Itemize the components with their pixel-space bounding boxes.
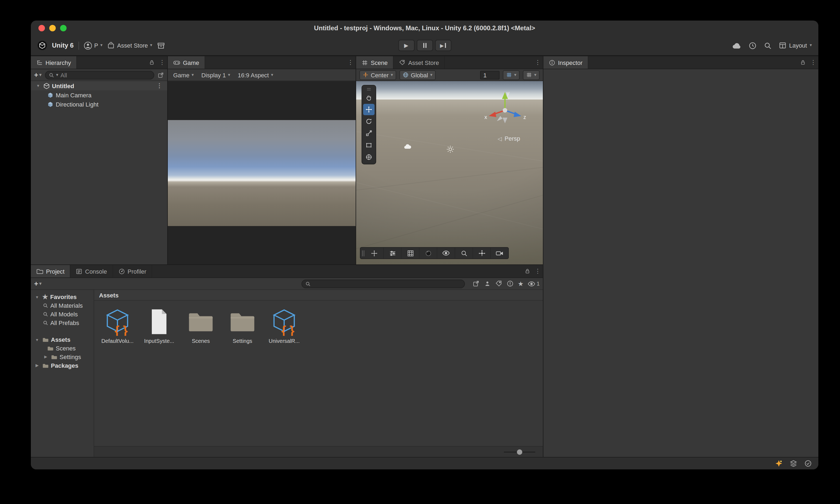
snap-settings-button[interactable]: ▾ bbox=[523, 70, 540, 80]
game-mode-dropdown[interactable]: Game ▾ bbox=[171, 72, 196, 78]
log-filter-icon[interactable] bbox=[506, 280, 513, 287]
minimize-button[interactable] bbox=[49, 25, 56, 31]
sidebar-item-all-models[interactable]: All Models bbox=[31, 310, 94, 319]
add-object-button[interactable]: + ▾ bbox=[34, 71, 41, 79]
sidebar-item-favorites[interactable]: ▼ ★ Favorites bbox=[31, 292, 94, 301]
pause-button[interactable] bbox=[417, 40, 433, 51]
sidebar-item-all-prefabs[interactable]: All Prefabs bbox=[31, 319, 94, 327]
foldout-icon[interactable]: ▼ bbox=[35, 84, 41, 88]
grid-size-input[interactable] bbox=[480, 71, 500, 79]
create-asset-button[interactable]: + ▾ bbox=[34, 280, 41, 288]
orientation-gizmo[interactable]: x y z bbox=[482, 89, 528, 134]
tab-console[interactable]: Console bbox=[71, 265, 113, 277]
project-search[interactable] bbox=[301, 279, 465, 288]
panel-menu-icon[interactable]: ⋮ bbox=[532, 56, 543, 69]
z-axis-cone[interactable] bbox=[514, 112, 521, 117]
tab-game[interactable]: Game bbox=[168, 56, 205, 69]
gizmo-toggle-icon[interactable] bbox=[472, 248, 490, 258]
grid-axis-button[interactable]: ▾ bbox=[503, 70, 520, 80]
camera-gizmo-sprite[interactable] bbox=[404, 144, 412, 149]
asset-item[interactable]: { } DefaultVolu... bbox=[101, 308, 134, 344]
view-options-icon[interactable] bbox=[383, 248, 401, 258]
cache-layers-icon[interactable] bbox=[790, 460, 797, 467]
tab-hierarchy[interactable]: Hierarchy bbox=[31, 56, 77, 69]
foldout-icon[interactable]: ▶ bbox=[34, 363, 40, 368]
lock-icon[interactable] bbox=[147, 56, 157, 69]
panel-menu-icon[interactable]: ⋮ bbox=[532, 265, 543, 277]
panel-menu-icon[interactable]: ⋮ bbox=[345, 56, 355, 69]
account-menu[interactable]: P ▾ bbox=[84, 41, 103, 50]
camera-settings-icon[interactable] bbox=[490, 248, 508, 258]
shading-mode-icon[interactable] bbox=[419, 248, 437, 258]
cloud-icon[interactable] bbox=[732, 42, 741, 49]
sidebar-item-assets[interactable]: ▼ Assets bbox=[31, 335, 94, 344]
toolstrip-handle[interactable] bbox=[363, 87, 374, 91]
layout-dropdown[interactable]: Layout ▾ bbox=[779, 42, 812, 49]
tab-scene[interactable]: Scene bbox=[356, 56, 393, 69]
sidebar-item-settings[interactable]: ▶ Settings bbox=[31, 353, 94, 361]
rotate-tool[interactable] bbox=[363, 116, 374, 127]
gizmo-center[interactable] bbox=[503, 108, 507, 113]
panel-menu-icon[interactable]: ⋮ bbox=[157, 56, 167, 69]
foldout-icon[interactable]: ▼ bbox=[34, 295, 40, 299]
pivot-dropdown[interactable]: Center ▾ bbox=[360, 70, 396, 80]
progress-check-icon[interactable] bbox=[804, 460, 812, 467]
move-tool[interactable] bbox=[363, 104, 374, 115]
label-filter-icon[interactable] bbox=[495, 280, 502, 287]
view-hand-tool[interactable] bbox=[363, 92, 374, 103]
open-search-window-icon[interactable] bbox=[472, 280, 479, 287]
asset-item[interactable]: Settings bbox=[226, 308, 259, 344]
hierarchy-search[interactable]: ▾ bbox=[45, 71, 154, 79]
scene-visibility-icon[interactable] bbox=[437, 248, 455, 258]
project-search-input[interactable] bbox=[313, 281, 461, 287]
sidebar-item-scenes[interactable]: Scenes bbox=[31, 344, 94, 353]
history-icon[interactable] bbox=[749, 41, 757, 50]
tab-profiler[interactable]: Profiler bbox=[113, 265, 152, 277]
display-dropdown[interactable]: Display 1 ▾ bbox=[199, 72, 232, 78]
scale-tool[interactable] bbox=[363, 128, 374, 139]
search-icon[interactable] bbox=[764, 41, 772, 50]
tab-inspector[interactable]: Inspector bbox=[543, 56, 589, 69]
asset-item[interactable]: InputSyste... bbox=[142, 308, 176, 344]
packages-visibility-toggle[interactable]: 1 bbox=[528, 281, 540, 287]
perspective-toggle[interactable]: ◁ Persp bbox=[498, 135, 520, 142]
scene-search-icon[interactable] bbox=[455, 248, 472, 258]
tool-settings-icon[interactable] bbox=[365, 248, 383, 258]
hierarchy-search-input[interactable] bbox=[60, 72, 151, 78]
lock-icon[interactable] bbox=[522, 265, 532, 277]
sparkle-icon[interactable] bbox=[775, 460, 783, 467]
game-viewport[interactable] bbox=[168, 81, 355, 265]
hierarchy-item[interactable]: Main Camera bbox=[31, 90, 167, 100]
grid-visibility-icon[interactable] bbox=[401, 248, 419, 258]
negative-axis-cone[interactable] bbox=[503, 118, 507, 123]
step-button[interactable]: ▶ bbox=[435, 40, 451, 51]
sidebar-item-all-materials[interactable]: All Materials bbox=[31, 301, 94, 310]
slider-thumb[interactable] bbox=[517, 449, 522, 454]
play-button[interactable]: ▶ bbox=[398, 40, 414, 51]
zoom-button[interactable] bbox=[60, 25, 67, 31]
tab-project[interactable]: Project bbox=[31, 265, 71, 277]
negative-axis-cone[interactable] bbox=[497, 116, 503, 121]
asset-store-menu[interactable]: Asset Store ▾ bbox=[107, 42, 152, 49]
foldout-icon[interactable]: ▶ bbox=[43, 355, 49, 359]
sidebar-item-packages[interactable]: ▶ Packages bbox=[31, 361, 94, 370]
archive-icon[interactable] bbox=[157, 41, 165, 50]
rect-tool[interactable] bbox=[363, 140, 374, 151]
transform-tool[interactable] bbox=[363, 151, 374, 163]
orientation-dropdown[interactable]: Global ▾ bbox=[399, 70, 436, 80]
hierarchy-item[interactable]: Directional Light bbox=[31, 100, 167, 109]
directional-light-gizmo[interactable] bbox=[446, 145, 455, 154]
aspect-dropdown[interactable]: 16:9 Aspect ▾ bbox=[236, 72, 276, 78]
asset-item[interactable]: Scenes bbox=[184, 308, 217, 344]
type-filter-icon[interactable] bbox=[484, 280, 491, 287]
x-axis-cone[interactable] bbox=[489, 112, 496, 117]
panel-menu-icon[interactable]: ⋮ bbox=[808, 56, 818, 69]
asset-item[interactable]: { } UniversalR... bbox=[267, 308, 301, 344]
scene-viewport[interactable]: x y z ◁ Persp bbox=[356, 81, 543, 265]
popout-icon[interactable] bbox=[157, 72, 164, 78]
close-button[interactable] bbox=[38, 25, 45, 31]
scene-menu-icon[interactable]: ⋮ bbox=[156, 82, 167, 89]
foldout-icon[interactable]: ▼ bbox=[34, 338, 40, 342]
icon-size-slider[interactable] bbox=[504, 451, 535, 452]
overlay-handle[interactable] bbox=[361, 250, 365, 256]
